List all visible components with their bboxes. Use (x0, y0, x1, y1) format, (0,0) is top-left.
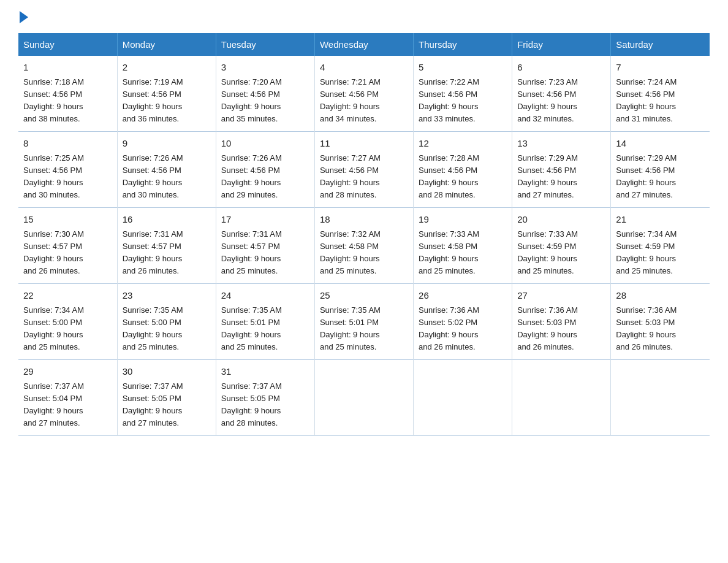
calendar-cell: 5 Sunrise: 7:22 AMSunset: 4:56 PMDayligh… (414, 56, 512, 132)
day-info: Sunrise: 7:29 AMSunset: 4:56 PMDaylight:… (517, 153, 578, 199)
calendar-cell (314, 360, 413, 436)
day-info: Sunrise: 7:35 AMSunset: 5:01 PMDaylight:… (320, 305, 381, 351)
logo (18, 12, 28, 22)
calendar-week-row: 22 Sunrise: 7:34 AMSunset: 5:00 PMDaylig… (18, 284, 710, 360)
day-number: 16 (123, 213, 211, 227)
calendar-cell: 17 Sunrise: 7:31 AMSunset: 4:57 PMDaylig… (216, 208, 314, 284)
day-info: Sunrise: 7:31 AMSunset: 4:57 PMDaylight:… (221, 229, 282, 275)
calendar-cell: 22 Sunrise: 7:34 AMSunset: 5:00 PMDaylig… (18, 284, 117, 360)
header-wednesday: Wednesday (314, 33, 413, 56)
calendar-cell: 30 Sunrise: 7:37 AMSunset: 5:05 PMDaylig… (117, 360, 216, 436)
calendar-cell: 6 Sunrise: 7:23 AMSunset: 4:56 PMDayligh… (512, 56, 611, 132)
calendar-cell: 13 Sunrise: 7:29 AMSunset: 4:56 PMDaylig… (512, 132, 611, 208)
day-number: 17 (221, 213, 309, 227)
day-number: 5 (419, 61, 507, 75)
calendar-cell: 28 Sunrise: 7:36 AMSunset: 5:03 PMDaylig… (611, 284, 710, 360)
header-sunday: Sunday (18, 33, 117, 56)
calendar-cell: 9 Sunrise: 7:26 AMSunset: 4:56 PMDayligh… (117, 132, 216, 208)
calendar-cell: 11 Sunrise: 7:27 AMSunset: 4:56 PMDaylig… (314, 132, 413, 208)
day-number: 25 (320, 289, 408, 303)
day-number: 28 (616, 289, 705, 303)
day-number: 4 (320, 61, 408, 75)
day-info: Sunrise: 7:33 AMSunset: 4:59 PMDaylight:… (517, 229, 578, 275)
calendar-week-row: 1 Sunrise: 7:18 AMSunset: 4:56 PMDayligh… (18, 56, 710, 132)
calendar-cell: 3 Sunrise: 7:20 AMSunset: 4:56 PMDayligh… (216, 56, 314, 132)
day-info: Sunrise: 7:37 AMSunset: 5:04 PMDaylight:… (23, 381, 84, 427)
calendar-cell: 15 Sunrise: 7:30 AMSunset: 4:57 PMDaylig… (18, 208, 117, 284)
day-info: Sunrise: 7:33 AMSunset: 4:58 PMDaylight:… (419, 229, 479, 275)
day-number: 27 (517, 289, 605, 303)
calendar-cell: 8 Sunrise: 7:25 AMSunset: 4:56 PMDayligh… (18, 132, 117, 208)
day-number: 9 (123, 137, 211, 151)
calendar-table: SundayMondayTuesdayWednesdayThursdayFrid… (18, 33, 710, 436)
calendar-cell: 12 Sunrise: 7:28 AMSunset: 4:56 PMDaylig… (414, 132, 512, 208)
day-number: 7 (616, 61, 705, 75)
day-number: 21 (616, 213, 705, 227)
day-info: Sunrise: 7:37 AMSunset: 5:05 PMDaylight:… (221, 381, 282, 427)
day-info: Sunrise: 7:28 AMSunset: 4:56 PMDaylight:… (419, 153, 479, 199)
calendar-cell: 19 Sunrise: 7:33 AMSunset: 4:58 PMDaylig… (414, 208, 512, 284)
day-number: 29 (23, 365, 112, 379)
day-number: 23 (123, 289, 211, 303)
calendar-cell: 20 Sunrise: 7:33 AMSunset: 4:59 PMDaylig… (512, 208, 611, 284)
calendar-cell: 7 Sunrise: 7:24 AMSunset: 4:56 PMDayligh… (611, 56, 710, 132)
day-info: Sunrise: 7:32 AMSunset: 4:58 PMDaylight:… (320, 229, 381, 275)
header-tuesday: Tuesday (216, 33, 314, 56)
calendar-cell (414, 360, 512, 436)
calendar-cell: 23 Sunrise: 7:35 AMSunset: 5:00 PMDaylig… (117, 284, 216, 360)
day-info: Sunrise: 7:26 AMSunset: 4:56 PMDaylight:… (221, 153, 282, 199)
day-info: Sunrise: 7:27 AMSunset: 4:56 PMDaylight:… (320, 153, 381, 199)
header-friday: Friday (512, 33, 611, 56)
day-number: 10 (221, 137, 309, 151)
calendar-cell: 25 Sunrise: 7:35 AMSunset: 5:01 PMDaylig… (314, 284, 413, 360)
day-number: 3 (221, 61, 309, 75)
calendar-cell: 2 Sunrise: 7:19 AMSunset: 4:56 PMDayligh… (117, 56, 216, 132)
calendar-cell (512, 360, 611, 436)
day-info: Sunrise: 7:34 AMSunset: 4:59 PMDaylight:… (616, 229, 677, 275)
day-number: 20 (517, 213, 605, 227)
calendar-week-row: 15 Sunrise: 7:30 AMSunset: 4:57 PMDaylig… (18, 208, 710, 284)
day-number: 1 (23, 61, 112, 75)
day-info: Sunrise: 7:36 AMSunset: 5:03 PMDaylight:… (616, 305, 677, 351)
day-number: 15 (23, 213, 112, 227)
day-number: 14 (616, 137, 705, 151)
header-monday: Monday (117, 33, 216, 56)
day-number: 22 (23, 289, 112, 303)
calendar-cell: 21 Sunrise: 7:34 AMSunset: 4:59 PMDaylig… (611, 208, 710, 284)
day-number: 6 (517, 61, 605, 75)
day-info: Sunrise: 7:19 AMSunset: 4:56 PMDaylight:… (123, 77, 183, 123)
day-info: Sunrise: 7:34 AMSunset: 5:00 PMDaylight:… (23, 305, 84, 351)
day-info: Sunrise: 7:37 AMSunset: 5:05 PMDaylight:… (123, 381, 183, 427)
day-info: Sunrise: 7:18 AMSunset: 4:56 PMDaylight:… (23, 77, 84, 123)
calendar-cell: 4 Sunrise: 7:21 AMSunset: 4:56 PMDayligh… (314, 56, 413, 132)
day-info: Sunrise: 7:26 AMSunset: 4:56 PMDaylight:… (123, 153, 183, 199)
day-number: 2 (123, 61, 211, 75)
calendar-cell: 1 Sunrise: 7:18 AMSunset: 4:56 PMDayligh… (18, 56, 117, 132)
calendar-cell: 31 Sunrise: 7:37 AMSunset: 5:05 PMDaylig… (216, 360, 314, 436)
day-info: Sunrise: 7:23 AMSunset: 4:56 PMDaylight:… (517, 77, 578, 123)
logo-arrow-icon (20, 11, 28, 23)
calendar-header-row: SundayMondayTuesdayWednesdayThursdayFrid… (18, 33, 710, 56)
header-saturday: Saturday (611, 33, 710, 56)
day-number: 12 (419, 137, 507, 151)
day-info: Sunrise: 7:35 AMSunset: 5:01 PMDaylight:… (221, 305, 282, 351)
day-info: Sunrise: 7:36 AMSunset: 5:02 PMDaylight:… (419, 305, 479, 351)
calendar-cell: 26 Sunrise: 7:36 AMSunset: 5:02 PMDaylig… (414, 284, 512, 360)
day-number: 19 (419, 213, 507, 227)
day-info: Sunrise: 7:36 AMSunset: 5:03 PMDaylight:… (517, 305, 578, 351)
day-number: 13 (517, 137, 605, 151)
calendar-cell (611, 360, 710, 436)
calendar-cell: 27 Sunrise: 7:36 AMSunset: 5:03 PMDaylig… (512, 284, 611, 360)
calendar-cell: 10 Sunrise: 7:26 AMSunset: 4:56 PMDaylig… (216, 132, 314, 208)
calendar-cell: 14 Sunrise: 7:29 AMSunset: 4:56 PMDaylig… (611, 132, 710, 208)
day-number: 18 (320, 213, 408, 227)
day-number: 8 (23, 137, 112, 151)
day-info: Sunrise: 7:20 AMSunset: 4:56 PMDaylight:… (221, 77, 282, 123)
day-info: Sunrise: 7:24 AMSunset: 4:56 PMDaylight:… (616, 77, 677, 123)
day-info: Sunrise: 7:25 AMSunset: 4:56 PMDaylight:… (23, 153, 84, 199)
page-header (18, 12, 710, 22)
calendar-cell: 18 Sunrise: 7:32 AMSunset: 4:58 PMDaylig… (314, 208, 413, 284)
header-thursday: Thursday (414, 33, 512, 56)
calendar-cell: 24 Sunrise: 7:35 AMSunset: 5:01 PMDaylig… (216, 284, 314, 360)
calendar-week-row: 8 Sunrise: 7:25 AMSunset: 4:56 PMDayligh… (18, 132, 710, 208)
